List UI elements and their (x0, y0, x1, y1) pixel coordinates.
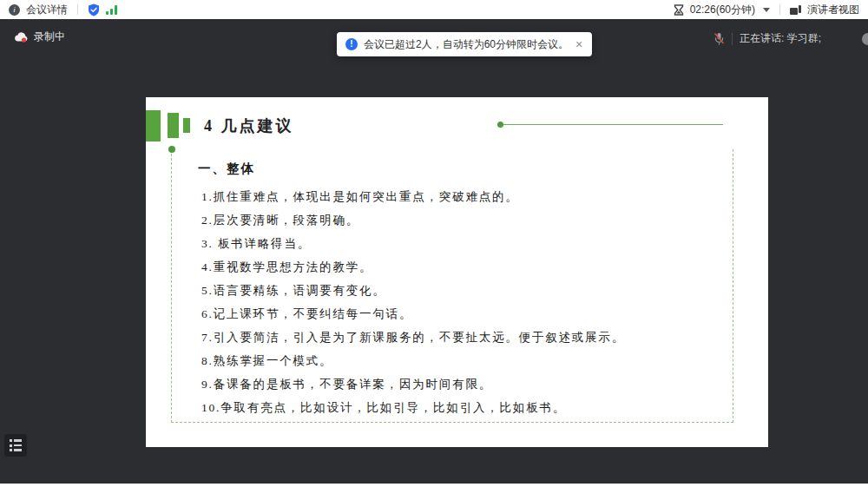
cloud-recording-icon (14, 31, 29, 43)
box-corner-dot (168, 146, 175, 153)
slide-list-item: 5.语言要精练，语调要有变化。 (201, 279, 733, 302)
shared-presentation-slide: 4 几点建议 一、整体 1.抓住重难点，体现出是如何突出重点，突破难点的。 2.… (146, 97, 768, 447)
security-shield-icon[interactable] (88, 3, 100, 16)
slide-list-item: 4.重视数学思想方法的教学。 (201, 255, 733, 279)
meeting-limit-toast: ! 会议已超过2人，自动转为60分钟限时会议。 × (337, 32, 592, 56)
line-rule (503, 124, 723, 125)
slide-list-item: 10.争取有亮点，比如设计，比如引导，比如引入，比如板书。 (201, 396, 733, 419)
green-bar-decoration (183, 118, 190, 133)
slide-content-box: 一、整体 1.抓住重难点，体现出是如何突出重点，突破难点的。 2.层次要清晰，段… (171, 149, 733, 423)
slide-list-item: 8.熟练掌握一个模式。 (201, 349, 733, 372)
slide-list-item: 9.备课备的是板书，不要备详案，因为时间有限。 (201, 372, 733, 396)
speaker-view-button[interactable]: 演讲者视图 (807, 3, 859, 17)
recording-label: 录制中 (34, 30, 65, 44)
section-heading: 一、整体 (198, 161, 733, 177)
divider (732, 33, 733, 45)
slide-list-item: 7.引入要简洁，引入是为了新课服务的，不要扯太远。便于叙述或展示。 (201, 326, 733, 349)
line-dot (497, 122, 503, 128)
meeting-timer[interactable]: 02:26(60分钟) (690, 3, 755, 17)
hourglass-icon (674, 4, 684, 16)
toast-close-icon[interactable]: × (575, 38, 583, 50)
speaker-view-icon (790, 5, 801, 15)
meeting-info-icon: i (9, 4, 20, 16)
speaking-label: 正在讲话: (740, 32, 784, 44)
agenda-list-button[interactable] (4, 434, 27, 457)
chevron-down-icon[interactable] (763, 8, 770, 12)
slide-list-item: 3. 板书详略得当。 (201, 232, 733, 255)
title-line-decoration (497, 122, 723, 128)
recording-indicator: 录制中 (14, 30, 65, 44)
slide-list-item: 2.层次要清晰，段落明确。 (201, 208, 733, 232)
green-bar-decoration (168, 113, 179, 138)
slide-list-item: 1.抓住重难点，体现出是如何突出重点，突破难点的。 (201, 185, 733, 208)
meeting-stage: 录制中 ! 会议已超过2人，自动转为60分钟限时会议。 × 正在讲话: 学习群;… (0, 19, 868, 484)
slide-item-list: 1.抓住重难点，体现出是如何突出重点，突破难点的。 2.层次要清晰，段落明确。 … (201, 185, 733, 419)
microphone-muted-icon[interactable] (713, 32, 725, 45)
meeting-details-button[interactable]: 会议详情 (26, 3, 68, 17)
divider (779, 4, 780, 15)
speaking-name: 学习群; (787, 32, 821, 44)
panel-collapse-handle[interactable] (862, 33, 868, 45)
slide-list-item: 6.记上课环节，不要纠结每一句话。 (201, 302, 733, 326)
toast-message: 会议已超过2人，自动转为60分钟限时会议。 (364, 37, 569, 52)
active-speaker-bar: 正在讲话: 学习群; (713, 31, 821, 46)
slide-title: 4 几点建议 (204, 115, 294, 136)
toast-info-icon: ! (345, 38, 358, 50)
top-bar: i 会议详情 02:26(60分钟) 演讲者视图 (0, 0, 868, 19)
network-signal-icon[interactable] (106, 5, 117, 15)
list-icon (10, 439, 22, 451)
green-bar-decoration (146, 110, 161, 141)
divider (77, 4, 78, 15)
